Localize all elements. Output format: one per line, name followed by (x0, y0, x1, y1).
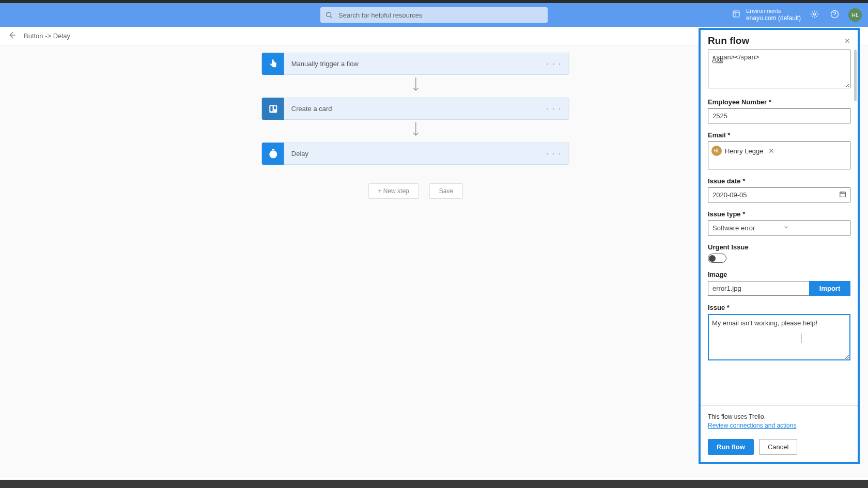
issue-type-value: Software error (708, 221, 779, 235)
urgent-issue-toggle[interactable] (708, 254, 726, 263)
back-arrow-icon[interactable] (7, 30, 17, 42)
panel-title: Run flow (708, 35, 749, 46)
environment-text: Environments enayu.com (default) (746, 8, 801, 22)
run-flow-panel: Run flow ✕ <span></span> Axe Employee Nu… (699, 28, 860, 464)
panel-footer-info: This flow uses Trello. Review connection… (701, 405, 858, 432)
cancel-button[interactable]: Cancel (759, 439, 797, 455)
step-label: Create a card (291, 105, 332, 113)
svg-rect-7 (270, 106, 272, 111)
step-menu-icon[interactable]: · · · (546, 148, 562, 159)
settings-icon[interactable] (810, 10, 819, 21)
remove-pill-icon[interactable]: ✕ (768, 147, 774, 155)
issue-textarea[interactable] (708, 314, 850, 360)
save-button[interactable]: Save (429, 183, 463, 199)
clock-icon (262, 143, 284, 165)
issue-label: Issue * (708, 304, 850, 311)
run-flow-button[interactable]: Run flow (708, 439, 754, 455)
trello-icon (262, 98, 284, 120)
user-avatar[interactable]: HL (848, 8, 862, 22)
urgent-issue-label: Urgent Issue (708, 243, 850, 251)
search-icon (326, 11, 333, 19)
chevron-down-icon (779, 224, 850, 232)
scroll-indicator[interactable] (854, 50, 857, 101)
svg-line-1 (330, 16, 332, 18)
pill-avatar: HL (711, 146, 722, 156)
flow-step-create-card[interactable]: Create a card · · · (262, 98, 569, 120)
header-bar: Search for helpful resources Environment… (0, 3, 868, 27)
environment-icon (732, 9, 741, 21)
issue-date-field[interactable] (708, 187, 850, 202)
breadcrumb-text: Button -> Delay (24, 32, 70, 40)
image-file-input[interactable] (708, 281, 809, 296)
step-menu-icon[interactable]: · · · (546, 58, 562, 69)
touch-icon (262, 53, 284, 75)
image-label: Image (708, 271, 850, 278)
svg-rect-8 (274, 106, 276, 109)
issue-date-input[interactable] (708, 187, 850, 202)
svg-point-0 (327, 12, 331, 17)
step-label: Manually trigger a flow (291, 60, 359, 68)
issue-date-label: Issue date * (708, 177, 850, 185)
email-input[interactable]: HL Henry Legge ✕ (708, 141, 850, 169)
employee-number-label: Employee Number * (708, 98, 850, 106)
search-input[interactable]: Search for helpful resources (320, 7, 548, 23)
import-button[interactable]: Import (809, 281, 850, 296)
header-icons (810, 10, 839, 21)
issue-type-label: Issue type * (708, 210, 850, 218)
panel-header: Run flow ✕ (701, 30, 858, 50)
environment-label: Environments (746, 8, 801, 14)
review-connections-link[interactable]: Review connections and actions (708, 422, 796, 429)
svg-rect-11 (840, 192, 846, 197)
image-input-row: Import (708, 281, 850, 296)
email-pill: HL Henry Legge ✕ (711, 146, 774, 156)
panel-body: <span></span> Axe Employee Number * Emai… (701, 50, 858, 405)
environment-value: enayu.com (default) (746, 14, 801, 22)
help-icon[interactable] (830, 10, 839, 21)
email-label: Email * (708, 131, 850, 139)
search-placeholder: Search for helpful resources (338, 11, 423, 19)
pill-name: Henry Legge (725, 147, 763, 155)
close-icon[interactable]: ✕ (844, 37, 850, 45)
toggle-knob (709, 255, 716, 262)
environment-picker[interactable]: Environments enayu.com (default) (732, 8, 801, 22)
flow-buttons: + New step Save (368, 183, 463, 199)
flow-column: Manually trigger a flow · · · Create a c… (262, 53, 569, 199)
flow-step-delay[interactable]: Delay · · · (262, 143, 569, 165)
step-menu-icon[interactable]: · · · (546, 103, 562, 114)
new-step-button[interactable]: + New step (368, 183, 419, 199)
issue-type-select[interactable]: Software error (708, 221, 850, 235)
employee-number-input[interactable] (708, 108, 850, 123)
flow-step-trigger[interactable]: Manually trigger a flow · · · (262, 53, 569, 75)
svg-point-3 (813, 13, 815, 15)
calendar-icon[interactable] (839, 191, 846, 200)
step-label: Delay (291, 150, 308, 158)
panel-actions: Run flow Cancel (701, 432, 858, 462)
footer-text: This flow uses Trello. (708, 413, 850, 420)
arrow-down-icon (412, 77, 419, 95)
top-text-input[interactable]: <span></span> (708, 50, 850, 88)
svg-rect-2 (733, 11, 739, 17)
arrow-down-icon (412, 122, 419, 140)
